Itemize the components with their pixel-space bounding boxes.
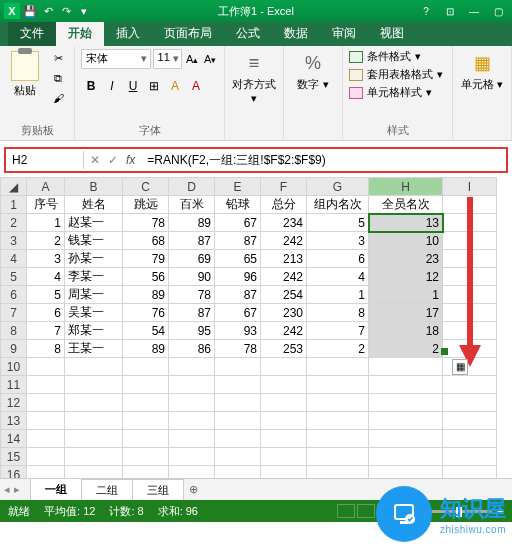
cell-D13[interactable]	[169, 412, 215, 430]
italic-button[interactable]: I	[102, 76, 122, 96]
cell-A2[interactable]: 1	[27, 214, 65, 232]
col-header-I[interactable]: I	[443, 178, 497, 196]
cell-D12[interactable]	[169, 394, 215, 412]
sheet-tab-3[interactable]: 三组	[132, 479, 184, 501]
cell-H5[interactable]: 12	[369, 268, 443, 286]
cell-E13[interactable]	[215, 412, 261, 430]
cell-C4[interactable]: 79	[123, 250, 169, 268]
cell-D10[interactable]	[169, 358, 215, 376]
cell-G3[interactable]: 3	[307, 232, 369, 250]
cell-B14[interactable]	[65, 430, 123, 448]
tab-insert[interactable]: 插入	[104, 21, 152, 46]
cell-C11[interactable]	[123, 376, 169, 394]
cell-H6[interactable]: 1	[369, 286, 443, 304]
cell-I12[interactable]	[443, 394, 497, 412]
cell-C10[interactable]	[123, 358, 169, 376]
maximize-button[interactable]: ▢	[486, 2, 510, 20]
cell-D15[interactable]	[169, 448, 215, 466]
cell-G8[interactable]: 7	[307, 322, 369, 340]
cell-E12[interactable]	[215, 394, 261, 412]
cut-button[interactable]: ✂	[48, 49, 68, 67]
col-header-G[interactable]: G	[307, 178, 369, 196]
cell-E6[interactable]: 87	[215, 286, 261, 304]
cancel-icon[interactable]: ✕	[90, 153, 100, 167]
cell-H15[interactable]	[369, 448, 443, 466]
cell-G4[interactable]: 6	[307, 250, 369, 268]
select-all-cell[interactable]: ◢	[1, 178, 27, 196]
cell-E7[interactable]: 67	[215, 304, 261, 322]
cell-F14[interactable]	[261, 430, 307, 448]
cell-H7[interactable]: 17	[369, 304, 443, 322]
formula-input[interactable]: =RANK(F2,一组:三组!$F$2:$F$9)	[141, 150, 506, 171]
cell-B15[interactable]	[65, 448, 123, 466]
cell-F9[interactable]: 253	[261, 340, 307, 358]
name-box[interactable]: H2	[6, 151, 84, 169]
cell-D11[interactable]	[169, 376, 215, 394]
tab-review[interactable]: 审阅	[320, 21, 368, 46]
cell-G10[interactable]	[307, 358, 369, 376]
cell-I11[interactable]	[443, 376, 497, 394]
cell-B2[interactable]: 赵某一	[65, 214, 123, 232]
underline-button[interactable]: U	[123, 76, 143, 96]
cell-A11[interactable]	[27, 376, 65, 394]
sheet-tab-1[interactable]: 一组	[30, 478, 82, 502]
cell-H14[interactable]	[369, 430, 443, 448]
cells-button[interactable]: ▦ 单元格 ▾	[459, 49, 505, 92]
row-header-3[interactable]: 3	[1, 232, 27, 250]
row-header-7[interactable]: 7	[1, 304, 27, 322]
tab-layout[interactable]: 页面布局	[152, 21, 224, 46]
row-header-1[interactable]: 1	[1, 196, 27, 214]
cell-F15[interactable]	[261, 448, 307, 466]
cell-A1[interactable]: 序号	[27, 196, 65, 214]
format-painter-button[interactable]: 🖌	[48, 89, 68, 107]
cell-E4[interactable]: 65	[215, 250, 261, 268]
cell-G5[interactable]: 4	[307, 268, 369, 286]
cell-D3[interactable]: 87	[169, 232, 215, 250]
save-icon[interactable]: 💾	[22, 3, 38, 19]
cell-H12[interactable]	[369, 394, 443, 412]
cell-B4[interactable]: 孙某一	[65, 250, 123, 268]
cell-E9[interactable]: 78	[215, 340, 261, 358]
tab-home[interactable]: 开始	[56, 21, 104, 46]
fx-icon[interactable]: fx	[126, 153, 135, 167]
row-header-9[interactable]: 9	[1, 340, 27, 358]
cell-B1[interactable]: 姓名	[65, 196, 123, 214]
cell-B5[interactable]: 李某一	[65, 268, 123, 286]
shrink-font-button[interactable]: A▾	[202, 50, 218, 68]
cell-A6[interactable]: 5	[27, 286, 65, 304]
cell-C1[interactable]: 跳远	[123, 196, 169, 214]
cell-E15[interactable]	[215, 448, 261, 466]
row-header-13[interactable]: 13	[1, 412, 27, 430]
row-header-11[interactable]: 11	[1, 376, 27, 394]
cell-B9[interactable]: 王某一	[65, 340, 123, 358]
cell-C8[interactable]: 54	[123, 322, 169, 340]
cell-A3[interactable]: 2	[27, 232, 65, 250]
cell-E8[interactable]: 93	[215, 322, 261, 340]
col-header-E[interactable]: E	[215, 178, 261, 196]
cell-E1[interactable]: 铅球	[215, 196, 261, 214]
cell-F4[interactable]: 213	[261, 250, 307, 268]
cell-G1[interactable]: 组内名次	[307, 196, 369, 214]
cell-F10[interactable]	[261, 358, 307, 376]
cell-H10[interactable]	[369, 358, 443, 376]
cell-G13[interactable]	[307, 412, 369, 430]
cell-D6[interactable]: 78	[169, 286, 215, 304]
cell-C12[interactable]	[123, 394, 169, 412]
row-header-2[interactable]: 2	[1, 214, 27, 232]
cell-C3[interactable]: 68	[123, 232, 169, 250]
cell-H11[interactable]	[369, 376, 443, 394]
col-header-B[interactable]: B	[65, 178, 123, 196]
row-header-5[interactable]: 5	[1, 268, 27, 286]
cell-A10[interactable]	[27, 358, 65, 376]
fill-handle[interactable]	[441, 348, 448, 355]
cell-C5[interactable]: 56	[123, 268, 169, 286]
cell-A13[interactable]	[27, 412, 65, 430]
cell-H9[interactable]: 2	[369, 340, 443, 358]
help-button[interactable]: ?	[414, 2, 438, 20]
col-header-F[interactable]: F	[261, 178, 307, 196]
paste-button[interactable]: 粘贴	[6, 49, 44, 98]
enter-icon[interactable]: ✓	[108, 153, 118, 167]
row-header-10[interactable]: 10	[1, 358, 27, 376]
cell-E5[interactable]: 96	[215, 268, 261, 286]
cell-A15[interactable]	[27, 448, 65, 466]
